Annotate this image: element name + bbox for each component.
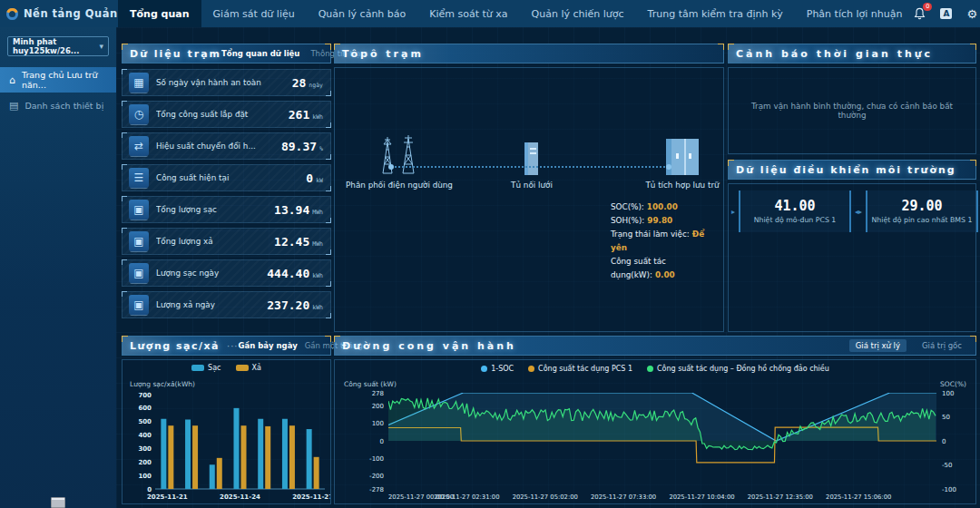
- curve-title: Đường cong vận hành: [342, 340, 516, 352]
- taskbar-icon[interactable]: [51, 497, 65, 508]
- svg-text:-200: -200: [369, 473, 384, 480]
- stat-label: Lượng sạc ngày: [156, 269, 260, 278]
- charge-chart-title: Lượng sạc/xả: [130, 340, 220, 352]
- topbar-actions: 0 A ⚙ qikechao: [914, 7, 980, 20]
- power-towers-icon: [376, 133, 423, 177]
- arrow-right-icon: ▸: [731, 208, 735, 216]
- charge-day-icon: ▣: [129, 263, 149, 283]
- stat-label: Tổng lượng sạc: [156, 205, 267, 214]
- legend-item[interactable]: Sạc: [191, 364, 220, 372]
- topology-info-block: SOC(%):100.00SOH(%):99.80Trạng thái làm …: [611, 200, 723, 282]
- stat-card: ◷Tổng công suất lắp đặt261kWh: [122, 101, 331, 128]
- legend-item[interactable]: Công suất tác dụng – Đồng hồ chống đảo c…: [647, 365, 829, 373]
- env-metric-value: 29.00: [901, 198, 942, 214]
- stat-value: 89.37%: [281, 140, 323, 153]
- nav-tab-2[interactable]: Quản lý cảnh báo: [307, 0, 418, 27]
- svg-text:100: 100: [942, 390, 954, 397]
- language-icon[interactable]: A: [940, 8, 952, 19]
- environment-title: Dữ liệu điều khiển môi trường: [736, 164, 956, 176]
- grid-cabinet-icon: [521, 141, 543, 177]
- nav-tab-0[interactable]: Tổng quan: [118, 0, 201, 27]
- sidebar: Minh phat huy125kw/26... ▾ ⌂Trang chủ Lư…: [0, 27, 116, 508]
- svg-text:2025-11-27 07:33:00: 2025-11-27 07:33:00: [591, 493, 656, 501]
- station-select-dropdown[interactable]: Minh phat huy125kw/26... ▾: [7, 36, 109, 56]
- bar-chart-legend: SạcXả: [122, 364, 330, 372]
- stat-value: 12.45MWh: [274, 235, 323, 249]
- nav-tab-1[interactable]: Giám sát dữ liệu: [201, 0, 307, 27]
- discharge-day-icon: ▣: [129, 295, 149, 315]
- line-chart-legend: 1-SOCCông suất tác dụng PCS 1Công suất t…: [335, 365, 975, 373]
- svg-text:200: 200: [138, 459, 152, 466]
- sidebar-item-1[interactable]: ▤Danh sách thiết bị: [0, 93, 116, 118]
- svg-text:2025-11-21: 2025-11-21: [147, 493, 188, 501]
- stat-label: Tổng lượng xả: [156, 237, 267, 246]
- env-metric: ▸29.00Nhiệt độ pin cao nhất BMS 1◂: [866, 190, 978, 232]
- stat-card: ☰Công suất hiện tại0kW: [122, 164, 331, 191]
- legend-item[interactable]: Công suất tác dụng PCS 1: [528, 365, 632, 373]
- nav-tab-3[interactable]: Kiểm soát từ xa: [417, 0, 519, 27]
- stat-value: 444.40kWh: [267, 267, 323, 280]
- topology-info-line: SOH(%):99.80: [611, 214, 723, 228]
- environment-metrics: ▸41.00Nhiệt độ mô-đun PCS 1◂▸29.00Nhiệt …: [739, 190, 978, 232]
- nav-tab-6[interactable]: Phân tích lợi nhuận: [795, 0, 915, 27]
- svg-text:400: 400: [138, 432, 152, 439]
- svg-text:0: 0: [147, 486, 152, 493]
- curve-panel-header: Đường cong vận hành Giá trị xử lý Giá tr…: [334, 336, 976, 356]
- topology-panel-header: Tôpô trạm: [334, 44, 724, 64]
- tab-data-overview[interactable]: Tổng quan dữ liệu: [221, 49, 299, 58]
- sidebar-item-0[interactable]: ⌂Trang chủ Lưu trữ năn...: [0, 67, 116, 93]
- operation-curve-chart: 2782001000-100-200-278100500-50-1002025-…: [336, 387, 975, 503]
- processed-values-button[interactable]: Giá trị xử lý: [849, 339, 906, 352]
- svg-text:-50: -50: [942, 462, 952, 469]
- notification-badge: 0: [923, 3, 932, 11]
- notifications-bell-icon[interactable]: 0: [914, 7, 926, 20]
- charge-chart-panel-header: Lượng sạc/xả ··· Gần bảy ngày Gần một th…: [122, 336, 331, 356]
- svg-text:278: 278: [372, 390, 384, 397]
- nav-tab-5[interactable]: Trung tâm kiểm tra định kỳ: [636, 0, 795, 27]
- svg-text:300: 300: [138, 445, 152, 453]
- logo-icon: [5, 7, 19, 21]
- alerts-empty-text: Trạm vận hành bình thường, chưa có cảnh …: [729, 102, 975, 120]
- topology-panel-body: Phân phối điện người dùng Tủ nối lưới Tủ…: [334, 67, 724, 332]
- env-metric-label: Nhiệt độ mô-đun PCS 1: [754, 216, 837, 225]
- charge-chart-panel-body: SạcXả Lượng sạc/xả(kWh) 0100200300400500…: [122, 359, 331, 504]
- svg-text:2025-11-27 15:06:00: 2025-11-27 15:06:00: [826, 493, 891, 501]
- settings-gear-icon[interactable]: ⚙: [966, 8, 977, 20]
- stat-card: ▣Lượng sạc ngày444.40kWh: [122, 259, 331, 287]
- app-logo[interactable]: Nền tảng Quản...: [0, 0, 118, 27]
- station-data-panel-header: Dữ liệu trạm Tổng quan dữ liệu Thông tin…: [122, 44, 331, 64]
- nav-tab-4[interactable]: Quản lý chiến lược: [520, 0, 636, 27]
- stat-label: Hiệu suất chuyển đổi h...: [156, 142, 274, 151]
- station-stats-list: ▦Số ngày vận hành an toàn28ngày◷Tổng côn…: [122, 69, 331, 318]
- stat-value: 13.94MWh: [274, 203, 323, 217]
- svg-text:100: 100: [138, 473, 152, 480]
- env-metric-value: 41.00: [774, 198, 815, 214]
- topology-node-label: Tủ tích hợp lưu trữ: [645, 181, 719, 190]
- topology-info-line: Công suất tác dụng(kW):0.00: [611, 255, 723, 282]
- efficiency-icon: ⇄: [129, 136, 149, 156]
- topology-node-storage: Tủ tích hợp lưu trữ: [642, 137, 723, 190]
- charge-discharge-bar-chart: 01002003004005006007002025-11-212025-11-…: [122, 389, 330, 503]
- device-list-icon: ▤: [9, 100, 18, 112]
- svg-text:2025-11-24: 2025-11-24: [220, 493, 260, 501]
- discharge-total-icon: ▣: [129, 231, 149, 251]
- stat-value: 0kW: [306, 171, 323, 185]
- topology-node-grid: Phân phối điện người dùng: [360, 133, 438, 190]
- legend-item[interactable]: 1-SOC: [481, 365, 514, 373]
- calendar-icon: ▦: [129, 73, 149, 93]
- chart-menu-dots[interactable]: ···: [227, 341, 239, 351]
- tab-last-seven-days[interactable]: Gần bảy ngày: [239, 341, 298, 350]
- bar-chart-y-axis-label: Lượng sạc/xả(kWh): [130, 380, 195, 388]
- raw-values-button[interactable]: Giá trị gốc: [916, 339, 968, 352]
- svg-text:0: 0: [380, 438, 384, 445]
- svg-text:200: 200: [372, 403, 384, 410]
- env-metric: ▸41.00Nhiệt độ mô-đun PCS 1◂: [739, 190, 851, 232]
- svg-text:2025-11-27 02:31:00: 2025-11-27 02:31:00: [434, 493, 499, 501]
- stat-card: ▣Tổng lượng sạc13.94MWh: [122, 196, 331, 223]
- svg-text:500: 500: [138, 418, 152, 425]
- legend-item[interactable]: Xả: [236, 364, 261, 372]
- station-data-title: Dữ liệu trạm: [130, 48, 221, 60]
- sidebar-menu: ⌂Trang chủ Lưu trữ năn...▤Danh sách thiế…: [0, 67, 116, 118]
- stat-card: ▦Số ngày vận hành an toàn28ngày: [122, 69, 331, 96]
- stat-card: ▣Lượng xả ngày237.20kWh: [122, 291, 331, 318]
